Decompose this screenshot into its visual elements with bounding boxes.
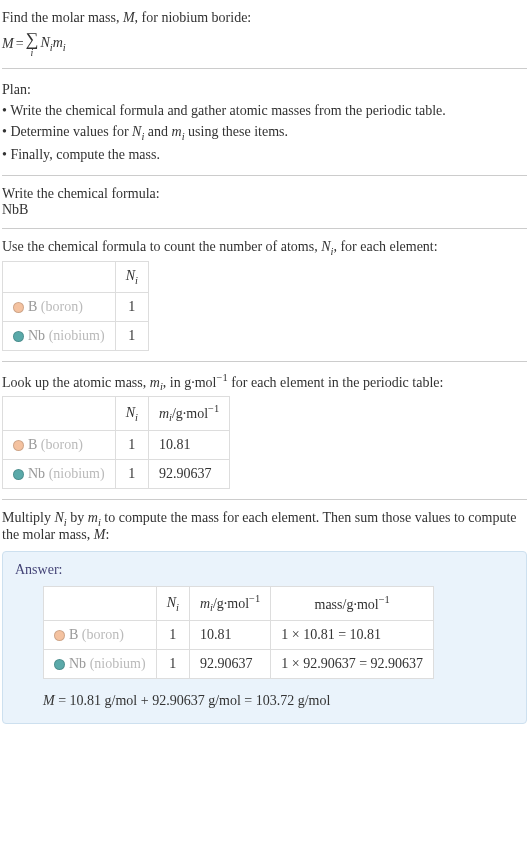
count-a: Use the chemical formula to count the nu… — [2, 239, 321, 254]
count-section: Use the chemical formula to count the nu… — [2, 235, 527, 355]
mass-b: , in g·mol — [163, 374, 217, 389]
divider — [2, 361, 527, 362]
plan-line-1: • Write the chemical formula and gather … — [2, 100, 527, 121]
element-cell: B (boron) — [3, 292, 116, 321]
answer-label: Answer: — [15, 562, 514, 578]
element-cell: Nb (niobium) — [44, 649, 157, 678]
prompt-suffix: , for niobium boride: — [135, 10, 252, 25]
final-M: M — [43, 693, 55, 708]
plan-section: Plan: • Write the chemical formula and g… — [2, 75, 527, 170]
col-N: N — [126, 405, 135, 420]
prompt-line: Find the molar mass, M, for niobium bori… — [2, 8, 527, 28]
mass-a: Look up the atomic mass, — [2, 374, 150, 389]
col-mass-exp: −1 — [379, 594, 390, 605]
element-cell: Nb (niobium) — [3, 459, 116, 488]
n-cell: 1 — [156, 649, 189, 678]
element-cell: B (boron) — [44, 620, 157, 649]
m-cell: 10.81 — [148, 430, 229, 459]
swatch-icon — [13, 469, 24, 480]
el-name: (boron) — [41, 299, 83, 314]
count-b: , for each element: — [333, 239, 437, 254]
col-m: m — [200, 596, 210, 611]
table-row: Nb (niobium) 1 92.90637 1 × 92.90637 = 9… — [44, 649, 434, 678]
plan-line-3: • Finally, compute the mass. — [2, 144, 527, 165]
count-col-Ni: Ni — [115, 261, 148, 292]
col-mass: mass/g·mol — [315, 597, 379, 612]
mass-table: Ni mi/g·mol−1 B (boron) 1 10.81 Nb (niob… — [2, 396, 230, 488]
eq-lhs-M: M — [2, 36, 14, 52]
el-sym: Nb — [28, 328, 45, 343]
ans-col-element — [44, 587, 157, 620]
col-N: N — [167, 595, 176, 610]
intro-section: Find the molar mass, M, for niobium bori… — [2, 4, 527, 62]
plan2-mid: and — [144, 124, 171, 139]
el-sym: Nb — [28, 466, 45, 481]
sigma-block: ∑ i — [26, 30, 39, 58]
mult-a: Multiply — [2, 510, 55, 525]
calc-cell: 1 × 10.81 = 10.81 — [271, 620, 434, 649]
mass-m: m — [150, 374, 160, 389]
mult-d: : — [105, 527, 109, 542]
table-row: B (boron) 1 10.81 — [3, 430, 230, 459]
multiply-section: Multiply Ni by mi to compute the mass fo… — [2, 506, 527, 548]
formula-heading: Write the chemical formula: — [2, 186, 527, 202]
el-name: (niobium) — [90, 656, 146, 671]
ans-col-mass: mass/g·mol−1 — [271, 587, 434, 620]
el-sym: Nb — [69, 656, 86, 671]
mass-col-element — [3, 397, 116, 430]
chemical-formula: NbB — [2, 202, 527, 218]
n-cell: 1 — [115, 321, 148, 350]
divider — [2, 68, 527, 69]
count-text: Use the chemical formula to count the nu… — [2, 239, 527, 257]
table-header-row: Ni mi/g·mol−1 mass/g·mol−1 — [44, 587, 434, 620]
col-N-sub: i — [176, 602, 179, 613]
n-cell: 1 — [115, 430, 148, 459]
mult-N: N — [55, 510, 64, 525]
count-table: Ni B (boron) 1 Nb (niobium) 1 — [2, 261, 149, 351]
table-row: Nb (niobium) 1 — [3, 321, 149, 350]
mass-col-Ni: Ni — [115, 397, 148, 430]
table-row: B (boron) 1 — [3, 292, 149, 321]
swatch-icon — [13, 331, 24, 342]
plan2-a: • Determine values for — [2, 124, 132, 139]
divider — [2, 499, 527, 500]
col-N: N — [126, 268, 135, 283]
prompt-var-M: M — [123, 10, 135, 25]
mass-text: Look up the atomic mass, mi, in g·mol−1 … — [2, 372, 527, 392]
el-name: (niobium) — [49, 466, 105, 481]
calc-cell: 1 × 92.90637 = 92.90637 — [271, 649, 434, 678]
el-name: (boron) — [41, 437, 83, 452]
col-N-sub: i — [135, 275, 138, 286]
multiply-text: Multiply Ni by mi to compute the mass fo… — [2, 510, 527, 544]
answer-box: Answer: Ni mi/g·mol−1 mass/g·mol−1 B (bo… — [2, 551, 527, 723]
col-unit: /g·mol — [213, 596, 249, 611]
mass-col-mi: mi/g·mol−1 — [148, 397, 229, 430]
divider — [2, 228, 527, 229]
swatch-icon — [13, 302, 24, 313]
rhs-m-sub: i — [63, 41, 66, 52]
mass-exp: −1 — [216, 372, 227, 383]
m-cell: 10.81 — [189, 620, 270, 649]
mass-section: Look up the atomic mass, mi, in g·mol−1 … — [2, 368, 527, 493]
mass-c: for each element in the periodic table: — [228, 374, 444, 389]
rhs-m: m — [53, 35, 63, 50]
table-row: B (boron) 1 10.81 1 × 10.81 = 10.81 — [44, 620, 434, 649]
el-name: (boron) — [82, 627, 124, 642]
prompt-prefix: Find the molar mass, — [2, 10, 123, 25]
sigma-symbol: ∑ — [26, 30, 39, 48]
plan-line-2: • Determine values for Ni and mi using t… — [2, 121, 527, 145]
ans-col-Ni: Ni — [156, 587, 189, 620]
m-cell: 92.90637 — [148, 459, 229, 488]
n-cell: 1 — [115, 459, 148, 488]
final-rest: = 10.81 g/mol + 92.90637 g/mol = 103.72 … — [55, 693, 331, 708]
molar-mass-equation: M = ∑ i Nimi — [2, 30, 527, 58]
table-row: Nb (niobium) 1 92.90637 — [3, 459, 230, 488]
count-col-element — [3, 261, 116, 292]
m-cell: 92.90637 — [189, 649, 270, 678]
col-exp: −1 — [249, 593, 260, 604]
el-sym: B — [28, 299, 37, 314]
col-m: m — [159, 406, 169, 421]
el-sym: B — [69, 627, 78, 642]
count-N: N — [321, 239, 330, 254]
el-sym: B — [28, 437, 37, 452]
